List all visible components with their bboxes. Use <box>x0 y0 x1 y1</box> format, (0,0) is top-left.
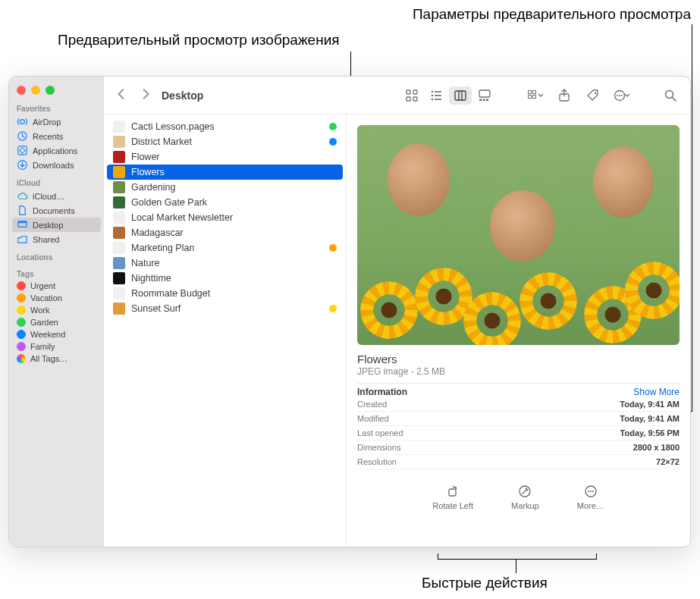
info-value: Today, 9:41 AM <box>620 400 680 409</box>
close-button[interactable] <box>17 86 26 95</box>
cloud-icon <box>17 190 28 202</box>
file-icon <box>113 242 125 254</box>
sidebar-item-shared[interactable]: Shared <box>9 232 104 246</box>
file-name: Golden Gate Park <box>131 197 337 208</box>
sidebar-item-recents[interactable]: Recents <box>9 129 104 143</box>
svg-point-39 <box>590 491 592 492</box>
gallery-view-button[interactable] <box>473 86 496 105</box>
file-row[interactable]: Gardening <box>107 180 343 195</box>
doc-icon <box>17 205 28 216</box>
file-icon <box>113 181 125 193</box>
sidebar-tag-label: Family <box>30 342 55 351</box>
file-tag-dot-icon <box>329 305 337 312</box>
quick-action-label: Markup <box>511 501 539 510</box>
sunflower-icon <box>527 280 570 322</box>
callout-quick: Быстрые действия <box>422 575 548 591</box>
sidebar-item-label: iCloud… <box>33 192 64 201</box>
file-list-column: Cacti Lesson.pagesDistrict MarketFlowerF… <box>104 114 347 547</box>
info-row: ModifiedToday, 9:41 AM <box>357 412 680 426</box>
file-row[interactable]: Roommate Budget <box>107 286 343 301</box>
file-row[interactable]: Marketing Plan <box>107 240 343 256</box>
sidebar-item-label: Desktop <box>33 221 63 230</box>
sidebar-heading-icloud: iCloud <box>9 177 104 189</box>
sidebar-item-label: Recents <box>33 132 63 141</box>
preview-title: Flowers <box>357 353 680 365</box>
callout-bracket <box>438 554 597 560</box>
info-value: 72×72 <box>656 457 680 466</box>
sidebar-tag-weekend[interactable]: Weekend <box>9 328 104 340</box>
fullscreen-button[interactable] <box>46 86 55 95</box>
file-icon <box>113 136 125 148</box>
quick-actions-bar: Rotate LeftMarkupMore… <box>357 485 680 510</box>
sunflower-icon <box>368 289 410 331</box>
file-name: Flower <box>131 152 337 162</box>
file-row[interactable]: Local Market Newsletter <box>107 210 343 225</box>
quick-action-rotate[interactable]: Rotate Left <box>432 485 473 510</box>
info-value: Today, 9:41 AM <box>620 414 680 423</box>
info-header: Information Show More <box>357 383 680 397</box>
file-row[interactable]: District Market <box>107 134 343 149</box>
view-switcher <box>400 86 496 105</box>
share-button[interactable] <box>554 86 575 105</box>
svg-rect-26 <box>533 95 536 98</box>
sidebar-tag-all-tags-[interactable]: All Tags… <box>9 353 104 365</box>
svg-point-0 <box>20 120 25 124</box>
list-view-button[interactable] <box>425 86 447 105</box>
file-name: Flowers <box>131 167 337 177</box>
info-row: CreatedToday, 9:41 AM <box>357 397 680 412</box>
sunflower-icon <box>422 275 465 318</box>
sidebar-tag-vacation[interactable]: Vacation <box>9 292 104 304</box>
file-row[interactable]: Nature <box>107 256 343 271</box>
svg-rect-20 <box>479 99 482 101</box>
file-row[interactable]: Flower <box>107 149 343 165</box>
sidebar-item-applications[interactable]: Applications <box>9 143 104 158</box>
more-icon <box>584 485 598 498</box>
sidebar-tag-urgent[interactable]: Urgent <box>9 280 104 292</box>
file-icon <box>113 121 125 133</box>
file-row[interactable]: Nighttime <box>107 271 343 286</box>
minimize-button[interactable] <box>31 86 40 95</box>
window-controls <box>9 81 104 102</box>
column-view-button[interactable] <box>449 86 472 105</box>
group-button[interactable] <box>525 86 546 105</box>
sidebar-item-airdrop[interactable]: AirDrop <box>9 114 104 129</box>
quick-action-more[interactable]: More… <box>577 485 604 510</box>
file-row[interactable]: Madagascar <box>107 225 343 240</box>
forward-button[interactable] <box>137 87 154 103</box>
info-row: Resolution72×72 <box>357 455 680 469</box>
sidebar-heading-tags: Tags <box>9 268 104 280</box>
show-more-button[interactable]: Show More <box>633 387 680 397</box>
info-value: Today, 9:56 PM <box>620 428 680 437</box>
tag-button[interactable] <box>582 86 604 105</box>
search-button[interactable] <box>660 86 681 105</box>
svg-point-14 <box>432 98 434 100</box>
svg-rect-6 <box>407 90 410 94</box>
tag-dot-icon <box>17 281 26 290</box>
file-icon <box>113 212 125 224</box>
svg-rect-24 <box>533 90 536 93</box>
svg-rect-19 <box>479 90 490 97</box>
svg-rect-23 <box>529 90 532 93</box>
sidebar-item-label: Applications <box>33 146 77 155</box>
file-row[interactable]: Sunset Surf <box>107 301 343 316</box>
back-button[interactable] <box>113 87 130 103</box>
sidebar-tag-garden[interactable]: Garden <box>9 316 104 328</box>
quick-action-markup[interactable]: Markup <box>511 485 539 510</box>
file-name: Gardening <box>131 182 337 193</box>
more-button[interactable] <box>611 86 633 105</box>
sidebar-tag-family[interactable]: Family <box>9 340 104 353</box>
file-row[interactable]: Golden Gate Park <box>107 195 343 210</box>
file-row[interactable]: Flowers <box>107 165 343 180</box>
tag-dot-icon <box>17 293 26 303</box>
file-icon <box>113 287 125 300</box>
callout-line-params <box>692 24 692 411</box>
file-row[interactable]: Cacti Lesson.pages <box>107 119 343 134</box>
sidebar-item-downloads[interactable]: Downloads <box>9 158 104 172</box>
sidebar-tag-work[interactable]: Work <box>9 304 104 316</box>
svg-rect-9 <box>413 97 417 101</box>
preview-pane: Flowers JPEG image - 2.5 MB Information … <box>347 114 690 547</box>
sidebar-item-documents[interactable]: Documents <box>9 203 104 218</box>
icon-view-button[interactable] <box>400 86 423 105</box>
sidebar-item-desktop[interactable]: Desktop <box>12 218 101 232</box>
sidebar-item-icloud-[interactable]: iCloud… <box>9 189 104 203</box>
